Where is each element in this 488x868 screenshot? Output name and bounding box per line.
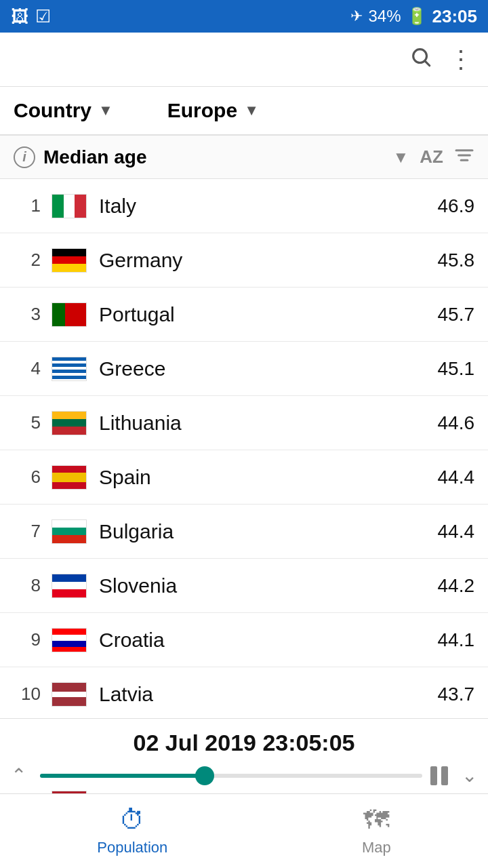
- svg-line-1: [425, 61, 429, 65]
- metric-info: i Median age: [14, 146, 393, 168]
- timeline-section: 02 Jul 2019 23:05:05 ⌃ ⌄: [0, 718, 488, 787]
- population-label: Population: [97, 839, 167, 856]
- time-display: 23:05: [432, 6, 478, 27]
- info-icon[interactable]: i: [14, 146, 35, 168]
- rank-number: 9: [14, 629, 41, 650]
- metric-label: Median age: [43, 146, 146, 168]
- pause-button[interactable]: [430, 766, 448, 785]
- country-name: Spain: [99, 466, 438, 489]
- battery-text: 34%: [368, 7, 401, 26]
- map-label: Map: [362, 839, 391, 856]
- country-name: Italy: [99, 195, 438, 218]
- table-row: 9Croatia44.1: [0, 613, 488, 667]
- status-icons: 🖼 ☑: [11, 6, 51, 27]
- country-name: Latvia: [99, 683, 438, 706]
- bottom-nav: ⏱ Population 🗺 Map: [0, 793, 488, 868]
- timeline-progress: [40, 774, 205, 778]
- filter-lines-icon[interactable]: [454, 146, 474, 168]
- az-sort-icon[interactable]: AZ: [420, 146, 443, 167]
- rank-number: 3: [14, 304, 41, 325]
- country-name: Croatia: [99, 629, 438, 652]
- chevron-up-icon[interactable]: ⌃: [11, 764, 26, 787]
- metric-value: 45.8: [438, 250, 475, 271]
- rank-number: 6: [14, 467, 41, 488]
- chevron-down-icon[interactable]: ⌄: [462, 764, 477, 787]
- airplane-icon: ✈: [350, 7, 363, 25]
- country-name: Lithuania: [99, 412, 438, 435]
- rank-number: 5: [14, 412, 41, 433]
- table-row: 10Latvia43.7: [0, 667, 488, 722]
- timeline-controls: ⌃ ⌄: [0, 764, 488, 787]
- metric-value: 46.9: [438, 195, 475, 217]
- metric-value: 43.7: [438, 684, 475, 705]
- nav-map[interactable]: 🗺 Map: [362, 806, 391, 856]
- rank-number: 2: [14, 250, 41, 271]
- filter-row: Country ▼ Europe ▼: [0, 87, 488, 136]
- metric-dropdown-arrow[interactable]: ▼: [393, 148, 409, 167]
- metric-value: 44.4: [438, 521, 475, 542]
- pause-bar-left: [430, 766, 437, 785]
- timeline-track[interactable]: [40, 774, 422, 778]
- country-name: Portugal: [99, 303, 438, 326]
- table-row: 2Germany45.8: [0, 233, 488, 288]
- action-bar: ⋮: [0, 33, 488, 87]
- more-options-icon[interactable]: ⋮: [449, 45, 474, 74]
- table-row: 3Portugal45.7: [0, 288, 488, 342]
- photo-icon: 🖼: [11, 6, 28, 27]
- status-right: ✈ 34% 🔋 23:05: [350, 6, 477, 27]
- country-filter-label: Country: [14, 99, 92, 122]
- country-dropdown-arrow[interactable]: ▼: [98, 102, 113, 119]
- country-name: Germany: [99, 249, 438, 272]
- table-row: 4Greece45.1: [0, 342, 488, 396]
- table-row: 1Italy46.9: [0, 179, 488, 233]
- country-flag: [52, 574, 87, 598]
- table-row: 7Bulgaria44.4: [0, 505, 488, 559]
- search-icon[interactable]: [409, 45, 432, 74]
- population-icon: ⏱: [119, 806, 145, 835]
- metric-value: 45.1: [438, 358, 475, 380]
- metric-value: 44.4: [438, 467, 475, 488]
- region-filter[interactable]: Europe ▼: [167, 99, 259, 122]
- country-flag: [52, 519, 87, 544]
- check-icon: ☑: [35, 6, 51, 27]
- country-flag: [52, 248, 87, 273]
- metric-value: 44.1: [438, 629, 475, 651]
- table-row: 6Spain44.4: [0, 450, 488, 505]
- rank-number: 1: [14, 195, 41, 216]
- region-filter-label: Europe: [167, 99, 237, 122]
- country-flag: [52, 194, 87, 218]
- table-row: 8Slovenia44.2: [0, 559, 488, 613]
- pause-bar-right: [441, 766, 448, 785]
- country-flag: [52, 302, 87, 327]
- status-bar: 🖼 ☑ ✈ 34% 🔋 23:05: [0, 0, 488, 33]
- rank-number: 4: [14, 358, 41, 379]
- metric-value: 45.7: [438, 304, 475, 326]
- rank-number: 8: [14, 575, 41, 596]
- country-flag: [52, 628, 87, 652]
- country-name: Greece: [99, 357, 438, 380]
- battery-icon: 🔋: [407, 7, 427, 26]
- column-header: i Median age ▼ AZ: [0, 136, 488, 179]
- column-controls: ▼ AZ: [393, 146, 474, 168]
- timeline-thumb[interactable]: [195, 766, 214, 785]
- nav-population[interactable]: ⏱ Population: [97, 806, 167, 856]
- country-flag: [52, 465, 87, 490]
- region-dropdown-arrow[interactable]: ▼: [244, 102, 259, 119]
- country-flag: [52, 411, 87, 435]
- country-filter[interactable]: Country ▼: [14, 99, 113, 122]
- timestamp-display: 02 Jul 2019 23:05:05: [0, 730, 488, 756]
- country-name: Slovenia: [99, 574, 438, 597]
- country-name: Bulgaria: [99, 520, 438, 543]
- table-row: 5Lithuania44.6: [0, 396, 488, 450]
- rank-number: 10: [14, 684, 41, 705]
- metric-value: 44.6: [438, 412, 475, 434]
- map-icon: 🗺: [363, 806, 389, 835]
- country-flag: [52, 682, 87, 707]
- metric-value: 44.2: [438, 575, 475, 597]
- country-flag: [52, 357, 87, 381]
- rank-number: 7: [14, 521, 41, 542]
